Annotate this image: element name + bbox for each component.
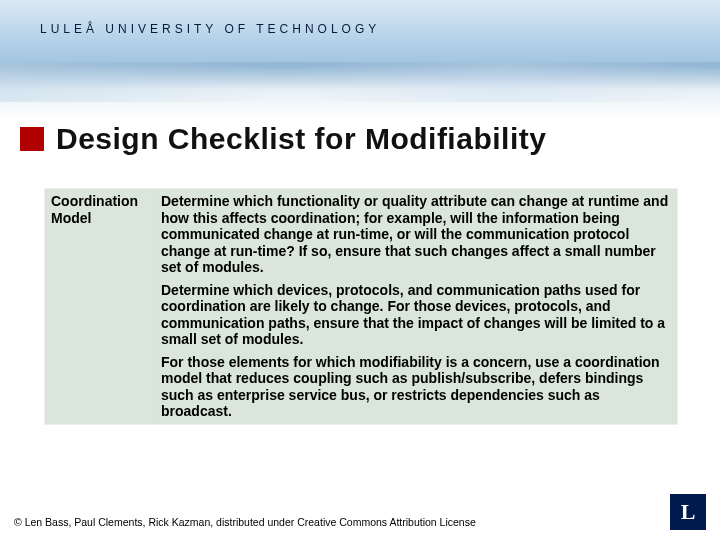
paragraph: Determine which functionality or quality…: [161, 193, 671, 276]
row-label: Coordination Model: [45, 189, 155, 425]
checklist-table: Coordination Model Determine which funct…: [44, 188, 678, 425]
title-row: Design Checklist for Modifiability: [0, 122, 720, 156]
title-bullet-icon: [20, 127, 44, 151]
header-banner: LULEÅ UNIVERSITY OF TECHNOLOGY: [0, 0, 720, 120]
paragraph: For those elements for which modifiabili…: [161, 354, 671, 420]
paragraph: Determine which devices, protocols, and …: [161, 282, 671, 348]
university-logo: L: [670, 494, 706, 530]
footer-attribution: © Len Bass, Paul Clements, Rick Kazman, …: [14, 516, 476, 528]
logo-letter: L: [681, 499, 696, 525]
slide-title: Design Checklist for Modifiability: [56, 122, 546, 156]
row-content: Determine which functionality or quality…: [155, 189, 678, 425]
university-name: LULEÅ UNIVERSITY OF TECHNOLOGY: [40, 22, 380, 36]
